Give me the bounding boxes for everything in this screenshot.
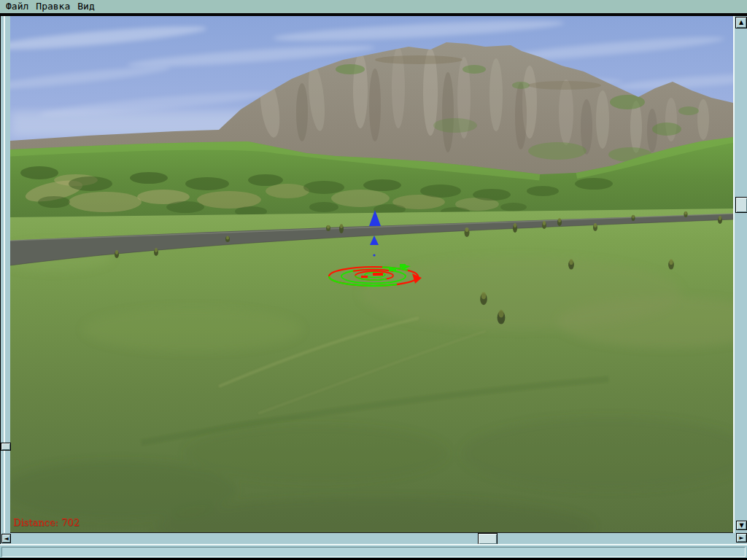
menu-bar: Файл Правка Вид: [0, 0, 747, 15]
scroll-left-button[interactable]: ◄: [1, 534, 11, 543]
vertical-scrollbar-thumb[interactable]: [735, 197, 747, 213]
left-slider[interactable]: [0, 16, 10, 533]
overlay-distance: Distance: 702: [13, 518, 280, 528]
menu-item-file[interactable]: Файл: [0, 0, 32, 13]
scroll-down-button[interactable]: ▼: [736, 521, 747, 530]
menu-item-edit[interactable]: Правка: [32, 0, 74, 13]
status-bar: [0, 544, 747, 558]
horizontal-scrollbar-thumb[interactable]: [478, 533, 498, 545]
mission-editor-window: Файл Правка Вид: [0, 0, 747, 560]
scene-3d: [10, 16, 733, 533]
status-bar-panel: [1, 547, 746, 557]
scroll-right-icon: ►: [739, 535, 743, 541]
viewport-3d[interactable]: Distance: 702 Orient: 360 0 0 curPos: 91…: [10, 16, 733, 533]
menu-item-view[interactable]: Вид: [74, 0, 98, 13]
scroll-up-icon: ▲: [739, 20, 743, 26]
horizontal-scrollbar[interactable]: ◄ ►: [0, 533, 747, 544]
left-slider-track: [4, 16, 5, 533]
scroll-down-icon: ▼: [739, 523, 743, 529]
scroll-left-icon: ◄: [4, 536, 8, 542]
left-slider-thumb[interactable]: [1, 443, 11, 451]
scroll-up-button[interactable]: ▲: [735, 17, 747, 28]
vertical-scrollbar[interactable]: ▲ ▼: [733, 16, 747, 533]
camera-info-overlay: Distance: 702 Orient: 360 0 0 curPos: 91…: [13, 497, 280, 533]
scroll-right-button[interactable]: ►: [736, 533, 747, 542]
